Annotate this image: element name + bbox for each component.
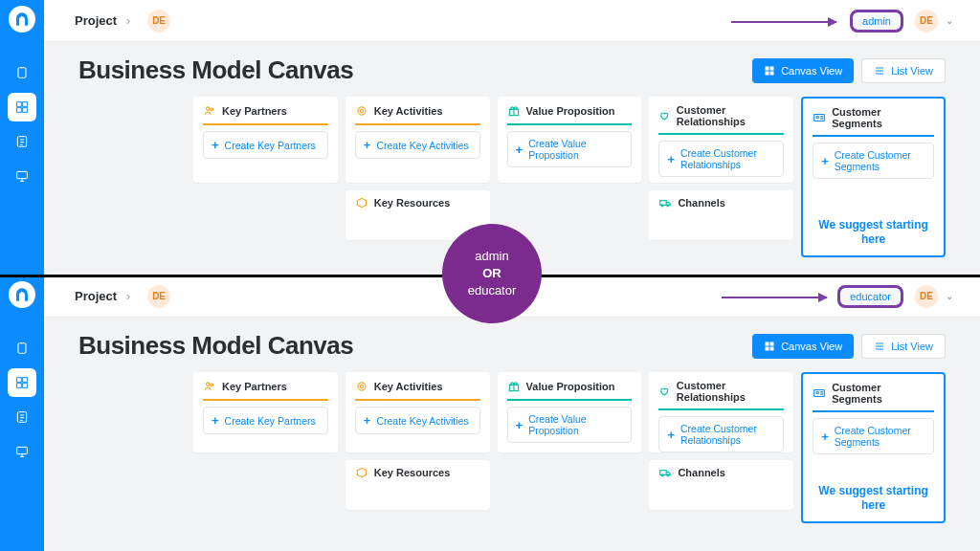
svg-rect-0 — [18, 68, 26, 78]
view-toggle: Canvas View List View — [752, 58, 946, 83]
card-customer-segments: Customer Segments +Create Customer Segme… — [801, 97, 946, 257]
clipboard-icon — [14, 341, 30, 356]
svg-rect-29 — [770, 342, 774, 345]
card-title: Value Proposition — [526, 381, 615, 392]
id-card-icon — [813, 386, 826, 400]
card-customer-segments: Customer Segments +Create Customer Segme… — [801, 372, 946, 523]
callout-arrow — [731, 21, 836, 23]
create-customer-segments-button[interactable]: +Create Customer Segments — [813, 143, 934, 179]
list-view-button[interactable]: List View — [861, 58, 946, 83]
truck-icon — [658, 196, 672, 209]
breadcrumb[interactable]: Project — [75, 289, 117, 303]
logo-icon — [13, 11, 31, 28]
nav-item-3[interactable] — [8, 403, 36, 431]
id-card-icon — [813, 111, 826, 124]
plus-icon: + — [667, 428, 675, 442]
callout-arrow — [722, 297, 827, 298]
target-icon — [355, 380, 368, 393]
heart-icon — [658, 109, 670, 122]
box-icon — [355, 466, 368, 479]
role-chip-educator[interactable]: educator — [839, 287, 902, 306]
plus-icon: + — [821, 430, 829, 444]
svg-rect-28 — [766, 342, 769, 345]
nav-item-4[interactable] — [8, 437, 36, 466]
svg-rect-2 — [23, 102, 28, 107]
chevron-right-icon: › — [126, 290, 130, 303]
page-title: Business Model Canvas — [78, 331, 353, 361]
list-check-icon — [14, 134, 30, 149]
app-logo[interactable] — [9, 281, 35, 308]
card-customer-relationships: Customer Relationships +Create Customer … — [649, 97, 793, 183]
create-customer-relationships-button[interactable]: +Create Customer Relationships — [658, 141, 784, 177]
create-key-partners-button[interactable]: +Create Key Partners — [203, 407, 328, 434]
plus-icon: + — [212, 138, 219, 152]
card-key-resources: Key Resources — [345, 460, 490, 510]
chevron-down-icon[interactable]: ⌄ — [946, 15, 953, 26]
canvas-view-label: Canvas View — [781, 65, 842, 77]
page-title: Business Model Canvas — [78, 55, 353, 85]
create-value-proposition-button[interactable]: +Create Value Proposition — [507, 131, 633, 167]
svg-rect-1 — [17, 102, 22, 107]
left-sidebar — [0, 276, 44, 551]
suggest-text: We suggest starting here — [813, 218, 934, 248]
plus-icon: + — [667, 152, 675, 166]
svg-rect-10 — [770, 71, 774, 75]
role-chip-admin[interactable]: admin — [852, 11, 902, 31]
create-value-proposition-button[interactable]: +Create Value Proposition — [507, 407, 633, 443]
create-customer-relationships-button[interactable]: +Create Customer Relationships — [658, 416, 784, 452]
card-channels: Channels — [649, 460, 793, 510]
create-key-activities-button[interactable]: +Create Key Activities — [355, 407, 480, 434]
create-key-partners-button[interactable]: +Create Key Partners — [203, 131, 328, 159]
card-key-partners: Key Partners +Create Key Partners — [193, 372, 338, 452]
svg-rect-27 — [17, 447, 28, 453]
list-check-icon — [14, 409, 30, 425]
svg-rect-6 — [17, 171, 28, 178]
chevron-right-icon: › — [126, 14, 130, 28]
plus-icon: + — [364, 138, 371, 152]
clipboard-icon — [14, 65, 30, 80]
card-value-proposition: Value Proposition +Create Value Proposit… — [498, 372, 642, 452]
svg-rect-7 — [766, 66, 769, 70]
svg-point-20 — [816, 116, 818, 118]
create-key-activities-button[interactable]: +Create Key Activities — [355, 131, 480, 159]
svg-point-14 — [360, 109, 364, 113]
svg-rect-37 — [660, 471, 666, 475]
svg-rect-31 — [770, 346, 774, 350]
list-view-button[interactable]: List View — [861, 334, 946, 359]
card-key-activities: Key Activities +Create Key Activities — [345, 372, 490, 452]
svg-rect-8 — [770, 66, 774, 70]
callout-line1: admin — [475, 248, 508, 265]
view-toggle: Canvas View List View — [752, 334, 946, 359]
card-title: Key Partners — [222, 105, 287, 117]
nav-item-1[interactable] — [8, 334, 36, 363]
create-customer-segments-button[interactable]: +Create Customer Segments — [813, 418, 934, 454]
project-badge[interactable]: DE — [147, 10, 170, 33]
nav-item-canvas[interactable] — [8, 93, 36, 121]
list-view-label: List View — [891, 65, 933, 77]
app-logo[interactable] — [9, 6, 35, 33]
nav-item-1[interactable] — [8, 58, 36, 87]
chevron-down-icon[interactable]: ⌄ — [946, 291, 953, 301]
project-badge[interactable]: DE — [147, 285, 170, 308]
canvas-view-button[interactable]: Canvas View — [752, 58, 854, 83]
nav-item-3[interactable] — [8, 127, 36, 156]
card-title: Channels — [678, 467, 725, 478]
svg-rect-16 — [660, 201, 666, 206]
svg-rect-24 — [17, 384, 22, 388]
grid-icon — [764, 341, 775, 352]
svg-rect-4 — [23, 108, 28, 113]
svg-rect-22 — [17, 378, 22, 383]
heart-icon — [658, 385, 670, 398]
breadcrumb[interactable]: Project — [75, 13, 117, 28]
avatar[interactable]: DE — [915, 10, 938, 33]
gift-icon — [507, 104, 521, 118]
plus-icon: + — [364, 413, 371, 428]
canvas-view-button[interactable]: Canvas View — [752, 334, 854, 359]
grid-icon — [764, 65, 775, 77]
nav-item-canvas[interactable] — [8, 368, 36, 397]
card-key-activities: Key Activities +Create Key Activities — [345, 97, 490, 183]
nav-item-4[interactable] — [8, 162, 36, 190]
avatar[interactable]: DE — [915, 285, 938, 308]
truck-icon — [658, 466, 672, 479]
svg-rect-40 — [814, 390, 824, 397]
